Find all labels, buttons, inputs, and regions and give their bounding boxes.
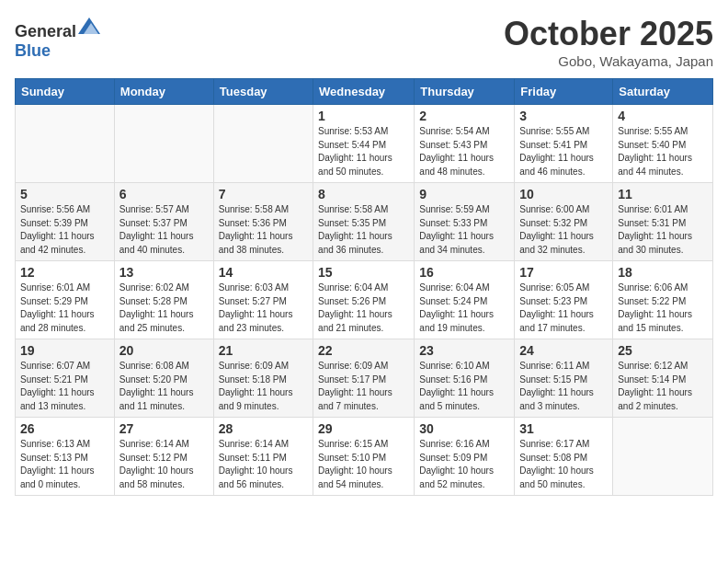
- day-info: Sunrise: 6:01 AM Sunset: 5:29 PM Dayligh…: [20, 282, 109, 335]
- calendar-cell: 14Sunrise: 6:03 AM Sunset: 5:27 PM Dayli…: [213, 261, 313, 339]
- calendar-cell: 12Sunrise: 6:01 AM Sunset: 5:29 PM Dayli…: [16, 261, 115, 339]
- calendar-cell: 20Sunrise: 6:08 AM Sunset: 5:20 PM Dayli…: [114, 339, 213, 418]
- calendar-cell: 7Sunrise: 5:58 AM Sunset: 5:36 PM Daylig…: [213, 183, 313, 261]
- calendar-week-row: 5Sunrise: 5:56 AM Sunset: 5:39 PM Daylig…: [16, 183, 713, 261]
- day-info: Sunrise: 5:53 AM Sunset: 5:44 PM Dayligh…: [318, 125, 409, 178]
- calendar-table: SundayMondayTuesdayWednesdayThursdayFrid…: [15, 78, 713, 496]
- day-info: Sunrise: 6:06 AM Sunset: 5:22 PM Dayligh…: [618, 282, 708, 335]
- weekday-header: Saturday: [613, 79, 713, 105]
- logo-general: General: [15, 22, 76, 40]
- day-number: 13: [119, 265, 209, 280]
- day-number: 24: [519, 343, 608, 358]
- day-info: Sunrise: 5:59 AM Sunset: 5:33 PM Dayligh…: [419, 203, 509, 257]
- day-info: Sunrise: 6:14 AM Sunset: 5:11 PM Dayligh…: [219, 438, 308, 491]
- calendar-cell: 25Sunrise: 6:12 AM Sunset: 5:14 PM Dayli…: [613, 339, 713, 418]
- day-number: 19: [20, 343, 109, 358]
- location: Gobo, Wakayama, Japan: [504, 53, 713, 69]
- day-info: Sunrise: 6:14 AM Sunset: 5:12 PM Dayligh…: [119, 438, 209, 491]
- calendar-cell: 21Sunrise: 6:09 AM Sunset: 5:18 PM Dayli…: [213, 339, 313, 418]
- calendar-cell: [613, 418, 713, 496]
- calendar-week-row: 1Sunrise: 5:53 AM Sunset: 5:44 PM Daylig…: [16, 105, 713, 183]
- calendar-cell: 28Sunrise: 6:14 AM Sunset: 5:11 PM Dayli…: [213, 418, 313, 496]
- day-info: Sunrise: 6:02 AM Sunset: 5:28 PM Dayligh…: [119, 282, 209, 335]
- day-number: 20: [119, 343, 209, 358]
- logo-icon: [78, 15, 100, 37]
- day-info: Sunrise: 6:08 AM Sunset: 5:20 PM Dayligh…: [119, 360, 209, 413]
- day-number: 22: [318, 343, 409, 358]
- day-info: Sunrise: 6:09 AM Sunset: 5:18 PM Dayligh…: [219, 360, 308, 413]
- day-info: Sunrise: 6:07 AM Sunset: 5:21 PM Dayligh…: [20, 360, 109, 413]
- title-section: October 2025 Gobo, Wakayama, Japan: [504, 15, 713, 69]
- day-number: 17: [519, 265, 608, 280]
- day-number: 16: [419, 265, 509, 280]
- day-info: Sunrise: 6:09 AM Sunset: 5:17 PM Dayligh…: [318, 360, 409, 413]
- calendar-cell: 26Sunrise: 6:13 AM Sunset: 5:13 PM Dayli…: [16, 418, 115, 496]
- day-number: 30: [419, 421, 509, 436]
- day-number: 1: [318, 109, 409, 123]
- calendar-cell: 18Sunrise: 6:06 AM Sunset: 5:22 PM Dayli…: [613, 261, 713, 339]
- day-info: Sunrise: 6:01 AM Sunset: 5:31 PM Dayligh…: [618, 203, 708, 257]
- day-info: Sunrise: 5:58 AM Sunset: 5:35 PM Dayligh…: [318, 203, 409, 257]
- day-number: 23: [419, 343, 509, 358]
- calendar-body: 1Sunrise: 5:53 AM Sunset: 5:44 PM Daylig…: [16, 105, 713, 496]
- calendar-cell: 13Sunrise: 6:02 AM Sunset: 5:28 PM Dayli…: [114, 261, 213, 339]
- day-info: Sunrise: 5:54 AM Sunset: 5:43 PM Dayligh…: [419, 125, 509, 178]
- day-info: Sunrise: 6:11 AM Sunset: 5:15 PM Dayligh…: [519, 360, 608, 413]
- day-info: Sunrise: 6:05 AM Sunset: 5:23 PM Dayligh…: [519, 282, 608, 335]
- calendar-cell: [114, 105, 213, 183]
- day-info: Sunrise: 6:17 AM Sunset: 5:08 PM Dayligh…: [519, 438, 608, 491]
- day-info: Sunrise: 5:55 AM Sunset: 5:41 PM Dayligh…: [519, 125, 608, 178]
- calendar-cell: 11Sunrise: 6:01 AM Sunset: 5:31 PM Dayli…: [613, 183, 713, 261]
- calendar-cell: 23Sunrise: 6:10 AM Sunset: 5:16 PM Dayli…: [415, 339, 515, 418]
- calendar-cell: 19Sunrise: 6:07 AM Sunset: 5:21 PM Dayli…: [16, 339, 115, 418]
- day-number: 29: [318, 421, 409, 436]
- day-number: 7: [219, 187, 308, 201]
- calendar-cell: 6Sunrise: 5:57 AM Sunset: 5:37 PM Daylig…: [114, 183, 213, 261]
- calendar-header-row: SundayMondayTuesdayWednesdayThursdayFrid…: [16, 79, 713, 105]
- day-info: Sunrise: 6:15 AM Sunset: 5:10 PM Dayligh…: [318, 438, 409, 491]
- calendar-cell: [16, 105, 115, 183]
- calendar-week-row: 19Sunrise: 6:07 AM Sunset: 5:21 PM Dayli…: [16, 339, 713, 418]
- day-info: Sunrise: 5:57 AM Sunset: 5:37 PM Dayligh…: [119, 203, 209, 257]
- logo-text: General Blue: [15, 15, 100, 61]
- calendar-cell: [213, 105, 313, 183]
- day-info: Sunrise: 5:56 AM Sunset: 5:39 PM Dayligh…: [20, 203, 109, 257]
- day-info: Sunrise: 6:04 AM Sunset: 5:24 PM Dayligh…: [419, 282, 509, 335]
- calendar-cell: 15Sunrise: 6:04 AM Sunset: 5:26 PM Dayli…: [313, 261, 415, 339]
- day-number: 31: [519, 421, 608, 436]
- day-info: Sunrise: 6:10 AM Sunset: 5:16 PM Dayligh…: [419, 360, 509, 413]
- calendar-week-row: 12Sunrise: 6:01 AM Sunset: 5:29 PM Dayli…: [16, 261, 713, 339]
- day-number: 3: [519, 109, 608, 123]
- day-number: 27: [119, 421, 209, 436]
- weekday-header: Sunday: [16, 79, 115, 105]
- day-number: 26: [20, 421, 109, 436]
- calendar-cell: 27Sunrise: 6:14 AM Sunset: 5:12 PM Dayli…: [114, 418, 213, 496]
- day-number: 6: [119, 187, 209, 201]
- day-number: 25: [618, 343, 708, 358]
- weekday-header: Tuesday: [213, 79, 313, 105]
- calendar-cell: 24Sunrise: 6:11 AM Sunset: 5:15 PM Dayli…: [515, 339, 613, 418]
- day-number: 2: [419, 109, 509, 123]
- day-number: 12: [20, 265, 109, 280]
- logo-blue: Blue: [15, 41, 51, 60]
- day-info: Sunrise: 6:00 AM Sunset: 5:32 PM Dayligh…: [519, 203, 608, 257]
- month-title: October 2025: [504, 15, 713, 53]
- calendar-cell: 31Sunrise: 6:17 AM Sunset: 5:08 PM Dayli…: [515, 418, 613, 496]
- calendar-cell: 22Sunrise: 6:09 AM Sunset: 5:17 PM Dayli…: [313, 339, 415, 418]
- day-number: 28: [219, 421, 308, 436]
- weekday-header: Monday: [114, 79, 213, 105]
- day-number: 5: [20, 187, 109, 201]
- calendar-cell: 30Sunrise: 6:16 AM Sunset: 5:09 PM Dayli…: [415, 418, 515, 496]
- logo: General Blue: [15, 15, 100, 61]
- weekday-header: Friday: [515, 79, 613, 105]
- calendar-cell: 1Sunrise: 5:53 AM Sunset: 5:44 PM Daylig…: [313, 105, 415, 183]
- day-number: 15: [318, 265, 409, 280]
- calendar-cell: 5Sunrise: 5:56 AM Sunset: 5:39 PM Daylig…: [16, 183, 115, 261]
- day-info: Sunrise: 5:58 AM Sunset: 5:36 PM Dayligh…: [219, 203, 308, 257]
- day-info: Sunrise: 6:03 AM Sunset: 5:27 PM Dayligh…: [219, 282, 308, 335]
- weekday-header: Thursday: [415, 79, 515, 105]
- day-number: 18: [618, 265, 708, 280]
- calendar-cell: 3Sunrise: 5:55 AM Sunset: 5:41 PM Daylig…: [515, 105, 613, 183]
- calendar-cell: 9Sunrise: 5:59 AM Sunset: 5:33 PM Daylig…: [415, 183, 515, 261]
- calendar-cell: 29Sunrise: 6:15 AM Sunset: 5:10 PM Dayli…: [313, 418, 415, 496]
